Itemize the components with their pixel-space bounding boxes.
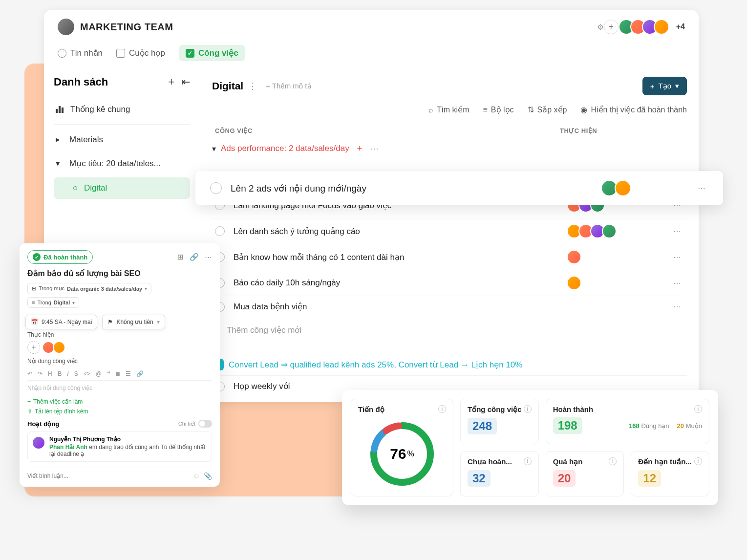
due-date-chip[interactable]: 📅9:45 SA - Ngày mai	[25, 315, 97, 329]
ol-icon[interactable]: ☰	[126, 370, 131, 377]
add-task-label: Thêm công việc mới	[227, 325, 301, 335]
grid-icon[interactable]: ⊞	[177, 253, 184, 261]
link-icon[interactable]: 🔗	[190, 253, 199, 261]
quote-icon[interactable]: ❝	[107, 370, 110, 377]
sidebar-item-label: Materials	[69, 135, 103, 145]
more-icon[interactable]: ⋯	[667, 279, 687, 288]
mention[interactable]: Phan Hải Anh	[49, 444, 87, 451]
search-button[interactable]: ⌕Tìm kiếm	[428, 105, 470, 114]
filter-button[interactable]: ≡Bộ lọc	[483, 105, 514, 114]
gear-icon[interactable]: ⚙	[597, 22, 604, 32]
content-placeholder[interactable]: Nhập nội dung công việc	[27, 383, 212, 395]
flag-icon: ⚑	[107, 319, 113, 325]
info-icon[interactable]: i	[694, 405, 702, 413]
sidebar-item-materials[interactable]: ▸ Materials	[54, 128, 190, 151]
sidebar-title: Danh sách	[54, 76, 108, 88]
redo-icon[interactable]: ↷	[38, 370, 43, 377]
more-icon[interactable]: ⋮	[248, 81, 257, 91]
section-header[interactable]: ▾ Ads performance: 2 data/sales/day + ⋯	[212, 139, 687, 159]
comment-input-row: ☺📎	[27, 467, 212, 480]
info-icon[interactable]: i	[524, 405, 532, 413]
attach-file-link[interactable]: ⇪ Tải lên tệp đính kèm	[27, 408, 212, 415]
heading-icon[interactable]: H	[48, 370, 52, 377]
column-header-task: CÔNG VIỆC	[212, 127, 560, 134]
badge-label: Đã hoàn thành	[43, 254, 87, 261]
undo-icon[interactable]: ↶	[27, 370, 32, 377]
add-task-icon[interactable]: +	[357, 144, 363, 154]
link-icon[interactable]: 🔗	[136, 370, 144, 377]
more-icon[interactable]: ⋯	[692, 184, 711, 193]
more-icon[interactable]: ⋯	[667, 302, 687, 311]
more-icon[interactable]: ⋯	[667, 253, 687, 262]
task-checkbox[interactable]	[210, 182, 222, 194]
add-task-row[interactable]: +Thêm công việc mới	[212, 317, 687, 343]
tab-tasks[interactable]: ✓Công việc	[179, 45, 245, 61]
header: MARKETING TEAM ⚙ + +4	[44, 10, 699, 42]
add-todo-link[interactable]: + Thêm việc cần làm	[27, 398, 212, 405]
info-icon[interactable]: i	[609, 457, 617, 465]
at-icon[interactable]: @	[96, 370, 102, 377]
tab-messages[interactable]: Tin nhắn	[58, 48, 103, 58]
avatar	[32, 436, 45, 450]
sidebar-item-digital[interactable]: Digital	[54, 177, 190, 199]
info-icon[interactable]: i	[694, 457, 702, 465]
breadcrumb-chip[interactable]: ⊟ Trong mục Data organic 3 data/sales/da…	[27, 283, 151, 294]
section-header-2[interactable]: 2 Convert Lead ⇒ qualified lead kênh ads…	[212, 343, 687, 375]
chat-icon	[58, 49, 66, 58]
add-assignee-button[interactable]: +	[27, 341, 40, 354]
calendar-icon: 📅	[31, 319, 38, 325]
task-detail-panel: ✓Đã hoàn thành ⊞ 🔗 ⋯ Đảm bảo đủ số lượng…	[20, 243, 220, 487]
content-label: Nội dung công việc	[27, 358, 212, 365]
sidebar-item-goal[interactable]: ▾ Mục tiêu: 20 data/teles...	[54, 151, 190, 175]
tab-label: Cuộc họp	[129, 48, 165, 58]
stat-label: Chưa hoàn...	[468, 457, 512, 466]
collapse-icon[interactable]: ⇤	[181, 76, 190, 88]
more-icon[interactable]: ⋯	[205, 253, 212, 261]
list-icon[interactable]: ≣	[115, 370, 120, 377]
add-description[interactable]: + Thêm mô tả	[266, 82, 311, 90]
priority-chip[interactable]: ⚑Không ưu tiên▾	[102, 315, 165, 329]
info-icon[interactable]: i	[524, 457, 532, 465]
nav-tabs: Tin nhắn Cuộc họp ✓Công việc	[44, 42, 699, 68]
breadcrumb-chip[interactable]: ≡ Trong Digital ▾	[27, 297, 79, 308]
info-icon[interactable]: i	[438, 405, 446, 413]
stat-progress: Tiến đội 76%	[351, 399, 453, 496]
bold-icon[interactable]: B	[58, 370, 62, 377]
add-member-button[interactable]: +	[604, 20, 619, 34]
emoji-icon[interactable]: ☺	[193, 472, 200, 480]
stat-value: 32	[468, 470, 491, 487]
strike-icon[interactable]: S	[74, 370, 78, 377]
add-list-button[interactable]: +	[168, 76, 174, 88]
more-icon[interactable]: ⋯	[667, 227, 687, 236]
progress-value: 76	[390, 446, 406, 462]
circle-icon	[73, 186, 77, 190]
ontime-value: 168	[629, 422, 640, 430]
task-row[interactable]: Bản know how mỗi tháng có 1 content dài …	[212, 244, 687, 270]
task-checkbox[interactable]	[215, 226, 225, 236]
stats-panel: Tiến đội 76% Tổng công việci 248 Hoàn th…	[342, 390, 718, 505]
completed-badge[interactable]: ✓Đã hoàn thành	[27, 250, 93, 264]
attach-icon[interactable]: 📎	[204, 472, 212, 480]
task-row[interactable]: Lên danh sách ý tưởng quảng cáo⋯	[212, 218, 687, 244]
more-members-count[interactable]: +4	[676, 22, 685, 31]
sidebar-item-label: Mục tiêu: 20 data/teles...	[69, 158, 161, 169]
task-row[interactable]: Mua data bệnh viện⋯	[212, 296, 687, 317]
comment-input[interactable]	[27, 473, 189, 479]
stat-completed: Hoàn thànhi 198 168 Đúng hạn 20 Muộn	[546, 399, 709, 444]
task-name: Lên 2 ads với nội dung mới/ngày	[231, 183, 604, 194]
show-completed-button[interactable]: ◉Hiển thị việc đã hoàn thành	[580, 105, 687, 114]
eye-icon: ◉	[580, 105, 587, 114]
donut-chart: 76%	[368, 420, 436, 488]
tab-meetings[interactable]: Cuộc họp	[116, 48, 165, 58]
more-icon[interactable]: ⋯	[370, 143, 379, 154]
sidebar-item-stats[interactable]: Thống kê chung	[54, 97, 190, 121]
highlighted-task-row[interactable]: Lên 2 ads với nội dung mới/ngày ⋯	[195, 171, 723, 205]
member-avatars[interactable]	[622, 19, 669, 35]
detail-toggle[interactable]: Chi tiết	[178, 420, 212, 428]
create-button[interactable]: +Tạo▾	[642, 77, 687, 95]
avatar	[567, 276, 581, 290]
italic-icon[interactable]: I	[67, 370, 68, 377]
sort-button[interactable]: ⇅Sắp xếp	[528, 105, 567, 114]
code-icon[interactable]: <>	[84, 370, 90, 377]
task-row[interactable]: Báo cáo daily 10h sáng/ngày⋯	[212, 270, 687, 296]
